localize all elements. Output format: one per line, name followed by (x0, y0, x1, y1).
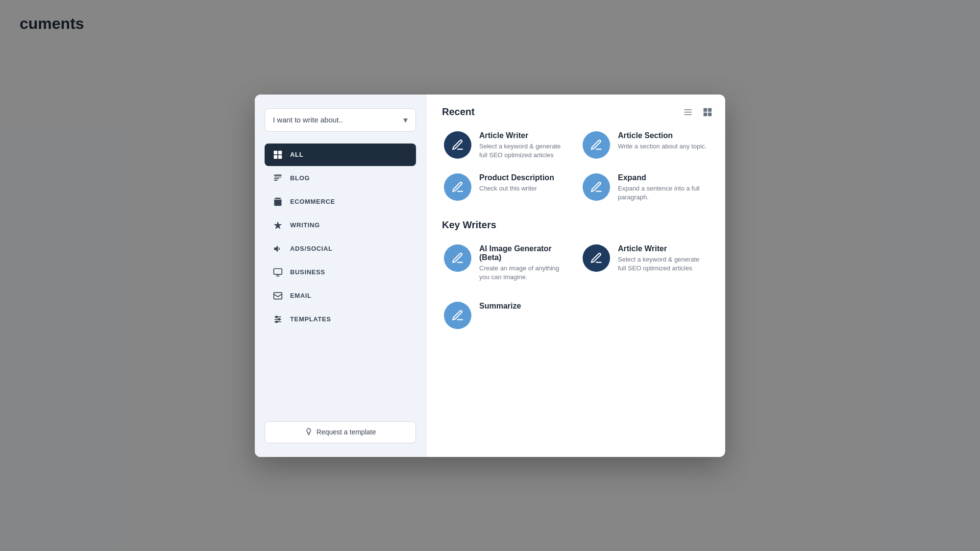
writer-card-article-section-1-name: Article Section (618, 131, 708, 140)
writer-card-article-writer-2-name: Article Writer (618, 244, 708, 253)
svg-rect-7 (274, 180, 278, 181)
writer-card-product-description-info: Product Description Check out this write… (479, 173, 569, 193)
list-view-button[interactable] (680, 104, 696, 120)
writer-card-summarize[interactable]: Summarize (442, 300, 710, 331)
modal-main-content: Recent Article Writer Select a keyword &… (426, 95, 725, 457)
recent-writers-grid: Article Writer Select a keyword & genera… (442, 129, 710, 204)
writer-card-article-section-1-info: Article Section Write a section about an… (618, 131, 708, 151)
svg-rect-9 (274, 268, 282, 274)
lightbulb-icon (305, 428, 313, 437)
svg-rect-3 (278, 155, 282, 159)
writer-card-article-section-1-desc: Write a section about any topic. (618, 142, 708, 151)
writer-card-summarize-info: Summarize (479, 302, 708, 312)
write-about-dropdown[interactable]: I want to write about.. ▾ (265, 108, 416, 132)
sidebar-item-ads-social-label: ADS/SOCIAL (290, 245, 333, 252)
writer-card-article-section-1[interactable]: Article Section Write a section about an… (581, 129, 710, 162)
sidebar-item-all-label: ALL (290, 151, 303, 158)
article-writer-1-icon (444, 131, 471, 159)
recent-section-title: Recent (442, 106, 710, 118)
request-template-label: Request a template (317, 428, 376, 436)
expand-icon (583, 173, 610, 201)
grid-icon (272, 149, 283, 160)
key-writers-grid: AI Image Generator (Beta) Create an imag… (442, 242, 710, 284)
sidebar-item-ecommerce[interactable]: ECOMMERCE (265, 191, 416, 213)
dropdown-placeholder: I want to write about.. (273, 116, 343, 124)
writer-card-article-writer-2[interactable]: Article Writer Select a keyword & genera… (581, 242, 710, 284)
svg-rect-0 (274, 150, 278, 154)
blog-icon (272, 173, 283, 184)
svg-rect-20 (704, 108, 708, 112)
writer-card-article-writer-1-info: Article Writer Select a keyword & genera… (479, 131, 569, 160)
sidebar-item-email[interactable]: EMAIL (265, 285, 416, 307)
writer-card-article-writer-1[interactable]: Article Writer Select a keyword & genera… (442, 129, 571, 162)
cart-icon (272, 196, 283, 207)
request-template-button[interactable]: Request a template (265, 421, 416, 443)
modal-overlay[interactable]: I want to write about.. ▾ ALL (0, 0, 980, 551)
sidebar-item-all[interactable]: ALL (265, 144, 416, 166)
sidebar-item-business-label: BUSINESS (290, 268, 325, 276)
writer-card-product-description-desc: Check out this writer (479, 184, 569, 193)
writer-card-article-writer-2-desc: Select a keyword & generate full SEO opt… (618, 255, 708, 273)
monitor-icon (272, 267, 283, 278)
writer-card-ai-image-generator-name: AI Image Generator (Beta) (479, 244, 569, 262)
sidebar-item-templates-label: TEMPLATES (290, 315, 331, 323)
writer-card-article-writer-1-name: Article Writer (479, 131, 569, 140)
modal-sidebar: I want to write about.. ▾ ALL (255, 95, 426, 457)
svg-rect-2 (274, 155, 278, 159)
writer-card-expand-desc: Expand a sentence into a full paragraph. (618, 184, 708, 202)
svg-rect-1 (278, 150, 282, 154)
sidebar-item-email-label: EMAIL (290, 292, 312, 299)
svg-rect-4 (274, 174, 282, 176)
writer-card-ai-image-generator[interactable]: AI Image Generator (Beta) Create an imag… (442, 242, 571, 284)
grid-view-button[interactable] (700, 104, 715, 120)
sidebar-item-business[interactable]: BUSINESS (265, 261, 416, 284)
key-writers-section-title: Key Writers (442, 219, 710, 231)
star-icon (272, 220, 283, 231)
writer-card-expand-info: Expand Expand a sentence into a full par… (618, 173, 708, 202)
sidebar-item-ads-social[interactable]: ADS/SOCIAL (265, 238, 416, 260)
writer-card-expand[interactable]: Expand Expand a sentence into a full par… (581, 171, 710, 204)
product-description-icon (444, 173, 471, 201)
writer-card-product-description[interactable]: Product Description Check out this write… (442, 171, 571, 204)
svg-rect-21 (708, 108, 712, 112)
ai-image-generator-icon (444, 244, 471, 272)
svg-rect-22 (704, 112, 708, 116)
writer-card-ai-image-generator-desc: Create an image of anything you can imag… (479, 264, 569, 282)
svg-point-16 (276, 321, 277, 322)
svg-point-15 (278, 318, 280, 320)
writer-card-product-description-name: Product Description (479, 173, 569, 182)
writer-card-expand-name: Expand (618, 173, 708, 182)
writer-card-article-writer-1-desc: Select a keyword & generate full SEO opt… (479, 142, 569, 160)
sidebar-item-writing-label: WRITING (290, 221, 320, 229)
sidebar-item-templates[interactable]: TEMPLATES (265, 308, 416, 331)
svg-rect-10 (274, 292, 282, 299)
modal-container: I want to write about.. ▾ ALL (255, 95, 725, 457)
sidebar-item-blog-label: BLOG (290, 174, 310, 182)
article-section-1-icon (583, 131, 610, 159)
sliders-icon (272, 314, 283, 325)
chevron-down-icon: ▾ (403, 115, 408, 125)
article-writer-2-icon (583, 244, 610, 272)
sidebar-item-ecommerce-label: ECOMMERCE (290, 198, 335, 205)
summarize-icon (444, 302, 471, 329)
writer-card-article-writer-2-info: Article Writer Select a keyword & genera… (618, 244, 708, 273)
svg-rect-5 (274, 176, 282, 177)
view-controls (680, 104, 715, 120)
svg-point-14 (276, 316, 277, 317)
writer-card-summarize-name: Summarize (479, 302, 708, 311)
svg-rect-6 (274, 178, 279, 179)
megaphone-icon (272, 243, 283, 254)
sidebar-item-writing[interactable]: WRITING (265, 214, 416, 237)
svg-rect-23 (708, 112, 712, 116)
email-icon (272, 290, 283, 301)
writer-card-ai-image-generator-info: AI Image Generator (Beta) Create an imag… (479, 244, 569, 282)
sidebar-item-blog[interactable]: BLOG (265, 167, 416, 190)
